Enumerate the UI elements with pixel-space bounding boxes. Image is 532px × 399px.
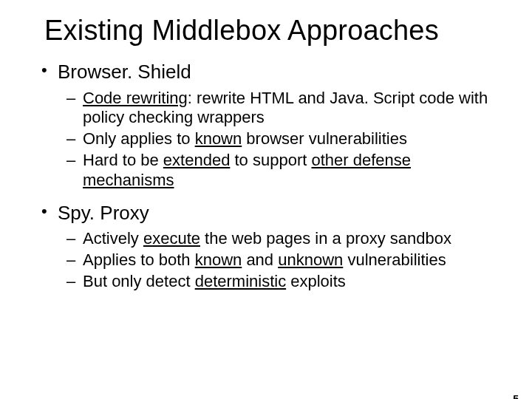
text: Actively [83, 229, 143, 248]
page-number: 5 [513, 393, 519, 399]
underline-text: unknown [278, 250, 343, 269]
text: to support [230, 151, 311, 169]
text: the web pages in a proxy sandbox [200, 229, 451, 248]
slide-content: Browser. Shield Code rewriting: rewrite … [37, 60, 495, 292]
text: vulnerabilities [343, 250, 446, 269]
bullet-level2: Code rewriting: rewrite HTML and Java. S… [66, 89, 495, 129]
bullet-level1: Browser. Shield [37, 60, 495, 84]
slide: Existing Middlebox Approaches Browser. S… [0, 15, 532, 399]
bullet-level2: But only detect deterministic exploits [66, 272, 495, 292]
sub-bullet-group: Code rewriting: rewrite HTML and Java. S… [37, 89, 495, 191]
text: Applies to both [83, 250, 195, 269]
text: exploits [286, 272, 346, 290]
sub-bullet-group: Actively execute the web pages in a prox… [37, 229, 495, 291]
text: and [242, 250, 278, 269]
underline-text: deterministic [195, 272, 286, 290]
underline-text: known [195, 129, 242, 148]
bullet-level2: Only applies to known browser vulnerabil… [66, 129, 495, 149]
bullet-level2: Applies to both known and unknown vulner… [66, 250, 495, 270]
underline-text: Code rewriting [83, 89, 188, 107]
text: But only detect [83, 272, 195, 290]
slide-title: Existing Middlebox Approaches [44, 15, 532, 47]
underline-text: known [195, 250, 242, 269]
underline-text: execute [143, 229, 200, 248]
bullet-level2: Hard to be extended to support other def… [66, 151, 495, 191]
text: browser vulnerabilities [242, 129, 407, 148]
text: Only applies to [83, 129, 195, 148]
text: Hard to be [83, 151, 163, 169]
bullet-level2: Actively execute the web pages in a prox… [66, 229, 495, 249]
underline-text: extended [163, 151, 231, 169]
bullet-level1: Spy. Proxy [37, 201, 495, 225]
